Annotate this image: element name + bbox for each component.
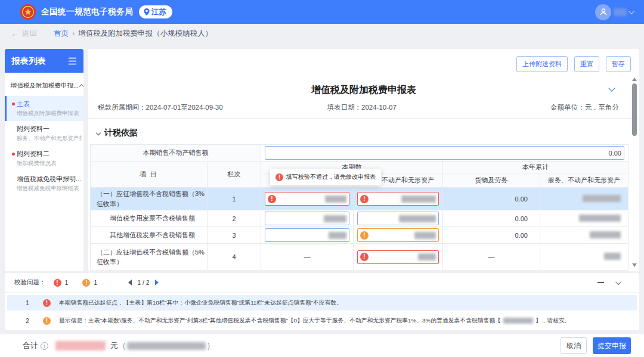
- redacted-value: [579, 215, 621, 222]
- sidebar-item-tax-reduction[interactable]: 增值税减免税申报明... 增值税减免税申报明细表: [5, 171, 83, 196]
- required-dot: [12, 153, 15, 156]
- redacted-value: [590, 231, 621, 238]
- row2-services-input[interactable]: [357, 212, 439, 225]
- tax-basis-table: 本期销售不动产销售额 0.00 项 目 栏次 本期数 本年累计 货物及劳务 服务…: [90, 144, 628, 271]
- submit-button[interactable]: 提交申报: [593, 337, 631, 354]
- upload-attachment-button[interactable]: 上传附送资料: [516, 56, 568, 72]
- property-sales-label: 本期销售不动产销售额: [91, 145, 261, 162]
- property-sales-input[interactable]: 0.00: [265, 146, 624, 160]
- collapse-icon[interactable]: [615, 279, 621, 285]
- total-in-words-redacted: (): [123, 342, 210, 350]
- amount-unit: 金额单位：元，至角分: [550, 103, 619, 112]
- col-header-line-no: 栏次: [208, 162, 261, 188]
- error-icon: [360, 195, 369, 203]
- row4-services-input[interactable]: [357, 250, 439, 264]
- section-tax-basis[interactable]: 计税依据: [97, 128, 138, 138]
- tax-period: 税款所属期间：2024-07-01至2024-09-30: [98, 103, 223, 112]
- breadcrumb-separator: ›: [72, 29, 75, 38]
- location-pin-icon: [143, 8, 150, 16]
- sidebar-item-appendix-1[interactable]: 附列资料一 服务、不动产和无形资产扣..: [5, 121, 83, 146]
- region-badge[interactable]: 江苏: [139, 5, 172, 18]
- col-header-ytd: 本年累计: [443, 162, 628, 173]
- row2-goods-input[interactable]: [265, 212, 349, 225]
- required-dot: [12, 103, 15, 105]
- warning-icon: [82, 279, 90, 287]
- chevron-down-icon[interactable]: [628, 8, 634, 14]
- scroll-up-arrow[interactable]: [632, 77, 637, 81]
- col-header-services2: 服务、不动产和无形资产: [540, 173, 628, 188]
- prev-page-icon[interactable]: [128, 280, 132, 285]
- col-header-goods2: 货物及劳务: [443, 173, 540, 188]
- total-unit: 元: [110, 340, 118, 351]
- col-header-item: 项 目: [91, 162, 208, 188]
- app-title: 全国统一规范电子税务局: [41, 7, 133, 17]
- info-icon: [41, 342, 48, 350]
- person-icon: [599, 7, 608, 17]
- fill-date: 填表日期：2024-10-07: [327, 103, 397, 112]
- chevron-up-icon: [79, 84, 83, 89]
- sidebar-group-vat[interactable]: 增值税及附加税费申报...: [5, 73, 83, 96]
- form-title: 增值税及附加税费申报表: [88, 84, 639, 97]
- error-icon: [43, 299, 51, 307]
- error-count: 1: [65, 279, 69, 286]
- save-draft-button[interactable]: 暂存: [606, 56, 631, 72]
- validation-label: 校验问题：: [14, 278, 46, 287]
- main-form-card: 上传附送资料 重置 暂存 增值税及附加税费申报表 税款所属期间：2024-07-…: [88, 49, 639, 271]
- user-name-redacted: [614, 8, 627, 16]
- next-page-icon[interactable]: [155, 280, 159, 285]
- back-arrow-icon[interactable]: ←: [11, 29, 19, 38]
- sidebar-item-main-form[interactable]: 主表 增值税及附加税费申报表: [5, 96, 83, 121]
- vertical-scrollbar[interactable]: [631, 77, 637, 267]
- validation-message-2[interactable]: 2 提示信息：主表“本期数\服务、不动产和无形资产”列第3栏“其他增值税发票不含…: [7, 313, 637, 328]
- collapse-panel-icon[interactable]: [68, 57, 77, 65]
- warning-count: 1: [94, 279, 97, 286]
- total-label: 合计: [23, 340, 48, 351]
- footer-bar: 合计 元 () 取消 提交申报: [0, 334, 644, 357]
- minimize-icon[interactable]: [597, 282, 604, 283]
- national-emblem-logo: [20, 4, 36, 20]
- breadcrumb-current: 增值税及附加税费申报（小规模纳税人）: [78, 29, 212, 39]
- sidebar-item-appendix-2[interactable]: 附列资料二 附加税费情况表: [5, 146, 83, 171]
- redacted-value: [604, 253, 621, 260]
- error-icon: [360, 253, 369, 261]
- error-icon: [268, 195, 276, 203]
- error-icon: [54, 279, 61, 287]
- page-indicator: 1 / 2: [137, 279, 149, 286]
- error-icon: [275, 173, 283, 181]
- table-row: （二）应征增值税不含税销售额（5%征收率） 4 — —: [91, 244, 628, 271]
- report-list-sidebar: 报表列表 增值税及附加税费申报... 主表 增值税及附加税费申报表 附列资料一 …: [5, 49, 83, 271]
- redacted-value: [503, 318, 533, 324]
- sidebar-title: 报表列表: [11, 55, 46, 67]
- row1-services-input[interactable]: [357, 192, 439, 206]
- redacted-value: [583, 195, 621, 202]
- user-avatar[interactable]: [595, 4, 611, 20]
- scroll-down-arrow[interactable]: [632, 263, 637, 267]
- validation-tooltip: 填写校验不通过，请先修改申报表: [270, 169, 381, 185]
- row3-services-input[interactable]: [357, 228, 439, 242]
- back-button[interactable]: 返回: [22, 29, 37, 39]
- table-row: （一）应征增值税不含税销售额（3%征收率） 1 0.00: [91, 188, 628, 210]
- breadcrumb: ← 返回 首页 › 增值税及附加税费申报（小规模纳税人）: [0, 24, 644, 43]
- table-row: 其他增值税发票不含税销售额 3 0.00: [91, 227, 628, 244]
- cancel-button[interactable]: 取消: [561, 337, 587, 354]
- total-amount-redacted: [55, 341, 106, 350]
- topbar: 全国统一规范电子税务局 江苏: [0, 0, 644, 24]
- warning-icon: [43, 317, 51, 325]
- validation-message-1[interactable]: 1 本期销售额已达起征点，【主表】第10栏“其中：小微企业免税销售额”或第11栏…: [7, 295, 637, 311]
- row3-goods-input[interactable]: [265, 228, 349, 242]
- breadcrumb-home[interactable]: 首页: [54, 29, 69, 39]
- validation-panel: 校验问题： 1 1 1 / 2 1 本期销售额已达起征点，【主表】第10栏“其中…: [5, 273, 639, 330]
- reset-button[interactable]: 重置: [574, 56, 599, 72]
- scrollbar-thumb[interactable]: [632, 83, 637, 136]
- chevron-down-icon: [96, 131, 101, 135]
- table-row: 增值税专用发票不含税销售额 2 0.00: [91, 210, 628, 227]
- row1-goods-input[interactable]: [265, 192, 349, 206]
- warning-icon: [360, 231, 369, 240]
